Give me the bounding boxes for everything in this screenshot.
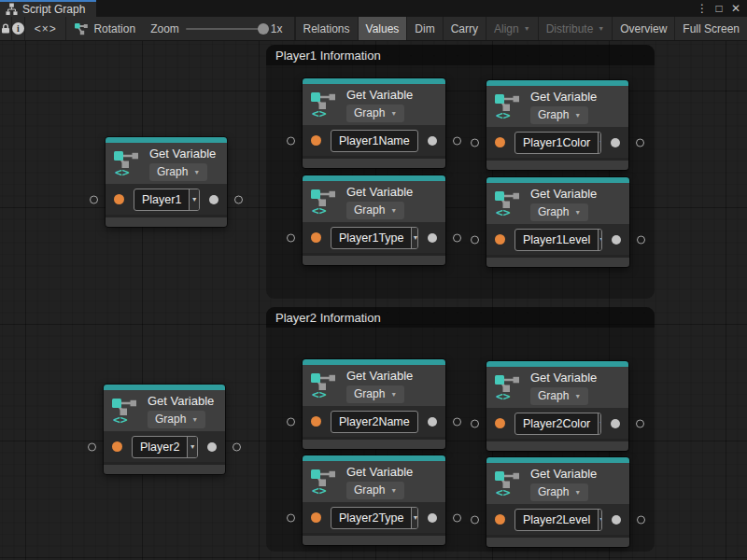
input-port-circle[interactable] (471, 515, 479, 524)
output-port-circle[interactable] (233, 442, 241, 451)
node-header[interactable]: <> Get Variable Graph ▼ (486, 183, 629, 224)
chevron-down-icon[interactable]: ▼ (598, 133, 601, 153)
variable-dropdown[interactable]: Player1Level ▼ (514, 229, 602, 251)
graph-kind-dropdown[interactable]: Graph ▼ (346, 105, 404, 122)
tab-script-graph[interactable]: Script Graph (0, 0, 96, 17)
variable-input-port[interactable] (112, 441, 122, 452)
input-port-circle[interactable] (287, 136, 295, 145)
window-maximize-icon[interactable]: □ (711, 0, 727, 17)
chevron-down-icon[interactable]: ▼ (598, 230, 602, 250)
rotation-button[interactable]: Rotation (66, 17, 143, 40)
get-variable-node[interactable]: <> Get Variable Graph ▼ Player1Level ▼ (486, 177, 629, 267)
variable-dropdown[interactable]: Player2Name ▼ (331, 411, 418, 433)
input-port-circle[interactable] (287, 513, 295, 522)
output-port-circle[interactable] (637, 515, 645, 524)
zoom-slider-handle[interactable] (258, 23, 269, 35)
variable-input-port[interactable] (311, 135, 321, 146)
node-header[interactable]: <> Get Variable Graph ▼ (486, 463, 629, 504)
output-port-circle[interactable] (453, 513, 461, 522)
graph-kind-dropdown[interactable]: Graph ▼ (346, 202, 404, 219)
toolbar-button-values[interactable]: Values (358, 17, 407, 40)
graph-kind-dropdown[interactable]: Graph ▼ (530, 387, 588, 405)
input-port-circle[interactable] (471, 419, 479, 427)
value-output-port[interactable] (209, 195, 218, 204)
chevron-down-icon[interactable]: ▼ (417, 412, 418, 432)
graph-kind-dropdown[interactable]: Graph ▼ (346, 482, 404, 499)
input-port-circle[interactable] (287, 417, 295, 426)
get-variable-node[interactable]: <> Get Variable Graph ▼ Player2Color ▼ (486, 361, 628, 451)
get-variable-node[interactable]: <> Get Variable Graph ▼ Player2Name ▼ (303, 359, 445, 449)
output-port-circle[interactable] (453, 136, 461, 145)
variable-dropdown[interactable]: Player2 ▼ (132, 436, 198, 458)
variable-input-port[interactable] (311, 512, 321, 523)
graph-kind-dropdown[interactable]: Graph ▼ (530, 483, 588, 501)
get-variable-node[interactable]: <> Get Variable Graph ▼ Player1 ▼ (106, 137, 227, 227)
variable-dropdown[interactable]: Player1Color ▼ (514, 132, 601, 154)
node-header[interactable]: <> Get Variable Graph ▼ (303, 84, 445, 125)
group-header[interactable]: Player2 Information (266, 307, 655, 328)
output-port-circle[interactable] (234, 195, 243, 203)
chevron-down-icon[interactable]: ▼ (598, 510, 602, 530)
variable-input-port[interactable] (495, 137, 505, 147)
value-output-port[interactable] (612, 235, 621, 245)
toolbar-button-carry[interactable]: Carry (443, 17, 486, 40)
value-output-port[interactable] (611, 419, 620, 428)
node-header[interactable]: <> Get Variable Graph ▼ (303, 181, 445, 222)
get-variable-node[interactable]: <> Get Variable Graph ▼ Player1Name ▼ (303, 78, 445, 168)
window-close-icon[interactable]: ✕ (727, 0, 744, 17)
input-port-circle[interactable] (90, 195, 98, 203)
lock-button[interactable] (0, 17, 12, 40)
node-header[interactable]: <> Get Variable Graph ▼ (486, 86, 628, 127)
variable-dropdown[interactable]: Player2Color ▼ (514, 413, 601, 435)
node-header[interactable]: <> Get Variable Graph ▼ (486, 367, 628, 408)
node-header[interactable]: <> Get Variable Graph ▼ (303, 461, 445, 502)
angle-x-button[interactable]: <×> (25, 17, 66, 40)
value-output-port[interactable] (207, 442, 217, 452)
chevron-down-icon[interactable]: ▼ (187, 437, 197, 457)
toolbar-button-dim[interactable]: Dim (406, 17, 442, 40)
graph-kind-dropdown[interactable]: Graph ▼ (148, 411, 205, 428)
variable-input-port[interactable] (311, 232, 321, 243)
variable-input-port[interactable] (495, 514, 505, 525)
output-port-circle[interactable] (453, 417, 461, 426)
graph-kind-dropdown[interactable]: Graph ▼ (149, 163, 207, 181)
output-port-circle[interactable] (637, 235, 645, 244)
variable-dropdown[interactable]: Player1 ▼ (134, 189, 200, 211)
group-header[interactable]: Player1 Information (266, 45, 655, 65)
variable-input-port[interactable] (495, 234, 505, 245)
output-port-circle[interactable] (636, 138, 644, 147)
output-port-circle[interactable] (636, 419, 644, 427)
graph-kind-dropdown[interactable]: Graph ▼ (346, 385, 404, 403)
graph-kind-dropdown[interactable]: Graph ▼ (530, 203, 588, 221)
value-output-port[interactable] (612, 515, 621, 525)
node-header[interactable]: <> Get Variable Graph ▼ (303, 365, 445, 406)
chevron-down-icon[interactable]: ▼ (411, 228, 418, 248)
input-port-circle[interactable] (471, 138, 479, 147)
graph-canvas[interactable]: Player1 Information Player2 Information … (0, 41, 747, 560)
toolbar-button-overview[interactable]: Overview (612, 17, 674, 40)
get-variable-node[interactable]: <> Get Variable Graph ▼ Player1Color ▼ (486, 80, 628, 170)
toolbar-button-full-screen[interactable]: Full Screen (674, 17, 747, 40)
get-variable-node[interactable]: <> Get Variable Graph ▼ Player2Level ▼ (486, 457, 629, 547)
chevron-down-icon[interactable]: ▼ (417, 131, 418, 151)
chevron-down-icon[interactable]: ▼ (411, 508, 418, 528)
get-variable-node[interactable]: <> Get Variable Graph ▼ Player2 ▼ (104, 385, 225, 474)
graph-kind-dropdown[interactable]: Graph ▼ (530, 106, 588, 124)
input-port-circle[interactable] (88, 442, 96, 451)
node-header[interactable]: <> Get Variable Graph ▼ (104, 390, 225, 431)
toolbar-button-relations[interactable]: Relations (295, 17, 358, 40)
variable-dropdown[interactable]: Player2Level ▼ (514, 509, 602, 531)
variable-dropdown[interactable]: Player1Name ▼ (331, 130, 418, 152)
zoom-slider[interactable] (186, 28, 264, 30)
value-output-port[interactable] (428, 417, 437, 427)
input-port-circle[interactable] (287, 233, 295, 242)
variable-dropdown[interactable]: Player2Type ▼ (331, 507, 418, 529)
value-output-port[interactable] (428, 233, 437, 243)
output-port-circle[interactable] (453, 233, 461, 242)
value-output-port[interactable] (428, 513, 437, 523)
chevron-down-icon[interactable]: ▼ (598, 413, 601, 434)
variable-input-port[interactable] (114, 194, 124, 204)
input-port-circle[interactable] (471, 235, 479, 244)
get-variable-node[interactable]: <> Get Variable Graph ▼ Player1Type ▼ (303, 175, 445, 265)
value-output-port[interactable] (428, 136, 437, 146)
